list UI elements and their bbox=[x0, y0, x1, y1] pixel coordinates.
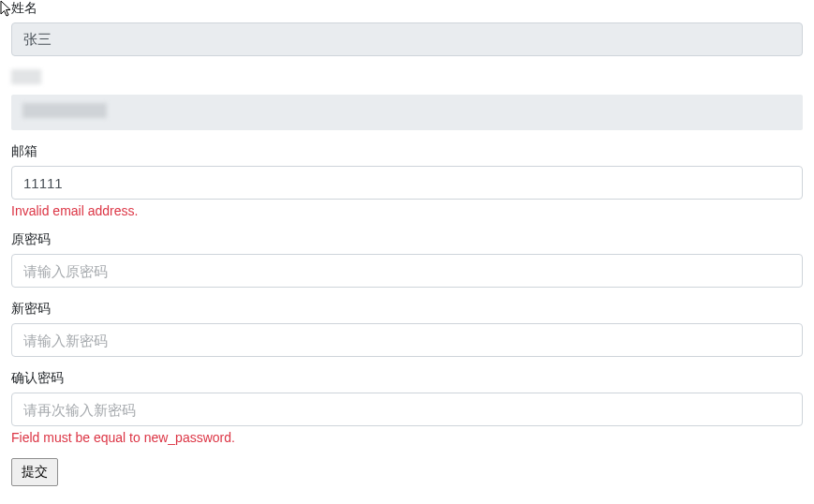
old-password-label: 原密码 bbox=[11, 231, 803, 248]
redacted-field-group bbox=[11, 69, 803, 130]
new-password-field-group: 新密码 bbox=[11, 301, 803, 357]
redacted-input bbox=[11, 95, 803, 130]
confirm-password-field-group: 确认密码 Field must be equal to new_password… bbox=[11, 370, 803, 445]
submit-button[interactable]: 提交 bbox=[11, 458, 58, 486]
name-label: 姓名 bbox=[11, 0, 803, 17]
redacted-value bbox=[22, 103, 107, 118]
email-field-group: 邮箱 Invalid email address. bbox=[11, 143, 803, 218]
confirm-password-label: 确认密码 bbox=[11, 370, 803, 387]
name-field-group: 姓名 bbox=[11, 0, 803, 56]
profile-form: 姓名 邮箱 Invalid email address. 原密码 新密码 确认密… bbox=[11, 0, 803, 486]
new-password-input[interactable] bbox=[11, 323, 803, 357]
new-password-label: 新密码 bbox=[11, 301, 803, 318]
redacted-label bbox=[11, 69, 41, 84]
name-input[interactable] bbox=[11, 22, 803, 56]
old-password-field-group: 原密码 bbox=[11, 231, 803, 288]
confirm-password-input[interactable] bbox=[11, 393, 803, 426]
confirm-password-error: Field must be equal to new_password. bbox=[11, 430, 803, 445]
email-error: Invalid email address. bbox=[11, 203, 803, 218]
old-password-input[interactable] bbox=[11, 254, 803, 288]
email-input[interactable] bbox=[11, 166, 803, 200]
email-label: 邮箱 bbox=[11, 143, 803, 160]
